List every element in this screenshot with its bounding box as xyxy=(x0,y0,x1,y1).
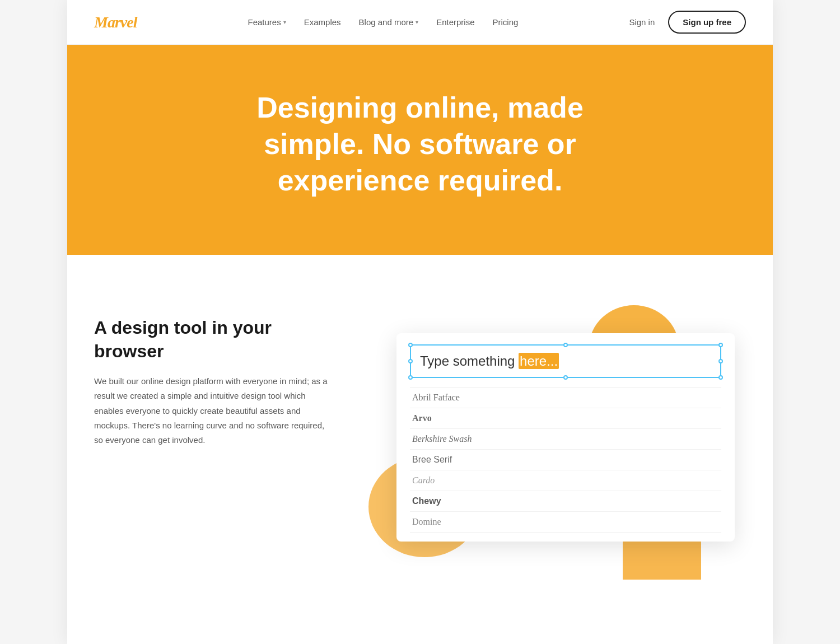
handle-top-left xyxy=(408,343,413,347)
font-item-bree[interactable]: Bree Serif xyxy=(410,450,721,470)
logo[interactable]: Marvel xyxy=(94,13,137,31)
handle-bottom-right xyxy=(718,375,723,380)
handle-mid-right xyxy=(718,359,723,363)
left-content: A design tool in your browser We built o… xyxy=(94,300,329,447)
hero-section: Designing online, made simple. No softwa… xyxy=(67,45,773,255)
nav-item-features[interactable]: Features ▾ xyxy=(248,17,286,27)
content-section: A design tool in your browser We built o… xyxy=(67,255,773,613)
examples-link[interactable]: Examples xyxy=(304,17,341,27)
font-item-berkshire[interactable]: Berkshire Swash xyxy=(410,429,721,450)
hero-title: Designing online, made simple. No softwa… xyxy=(224,90,616,199)
font-item-domine[interactable]: Domine xyxy=(410,512,721,533)
pricing-link[interactable]: Pricing xyxy=(493,17,519,27)
text-input-demo[interactable]: Type something here... xyxy=(410,344,721,378)
nav-item-pricing[interactable]: Pricing xyxy=(493,17,519,27)
font-item-cardo[interactable]: Cardo xyxy=(410,470,721,491)
font-list: Abril Fatface Arvo Berkshire Swash Bree … xyxy=(410,387,721,533)
font-item-chewy[interactable]: Chewy xyxy=(410,491,721,512)
enterprise-link[interactable]: Enterprise xyxy=(436,17,474,27)
right-illustration: Type something here... Abril Fatface Arv… xyxy=(363,300,746,580)
handle-top-right xyxy=(718,343,723,347)
chevron-down-icon-blog: ▾ xyxy=(416,19,418,25)
features-link[interactable]: Features xyxy=(248,17,281,27)
font-item-abril[interactable]: Abril Fatface xyxy=(410,388,721,408)
nav-item-blog[interactable]: Blog and more ▾ xyxy=(359,17,419,27)
handle-mid-left xyxy=(408,359,413,363)
input-text-highlight: here... xyxy=(519,353,559,369)
nav-links: Features ▾ Examples Blog and more ▾ Ente… xyxy=(248,17,519,27)
signup-button[interactable]: Sign up free xyxy=(668,11,746,34)
handle-bottom-left xyxy=(408,375,413,380)
handle-top-mid xyxy=(563,343,568,347)
sign-in-link[interactable]: Sign in xyxy=(629,17,655,27)
nav-item-examples[interactable]: Examples xyxy=(304,17,341,27)
section-heading: A design tool in your browser xyxy=(94,316,329,363)
navbar: Marvel Features ▾ Examples Blog and more… xyxy=(67,0,773,45)
font-item-arvo[interactable]: Arvo xyxy=(410,408,721,429)
input-text-before: Type something xyxy=(420,353,519,368)
nav-right: Sign in Sign up free xyxy=(629,11,746,34)
section-body: We built our online design platform with… xyxy=(94,374,329,447)
blog-link[interactable]: Blog and more xyxy=(359,17,414,27)
design-tool-card: Type something here... Abril Fatface Arv… xyxy=(396,333,735,542)
chevron-down-icon: ▾ xyxy=(283,19,286,25)
handle-bottom-mid xyxy=(563,375,568,380)
nav-item-enterprise[interactable]: Enterprise xyxy=(436,17,474,27)
